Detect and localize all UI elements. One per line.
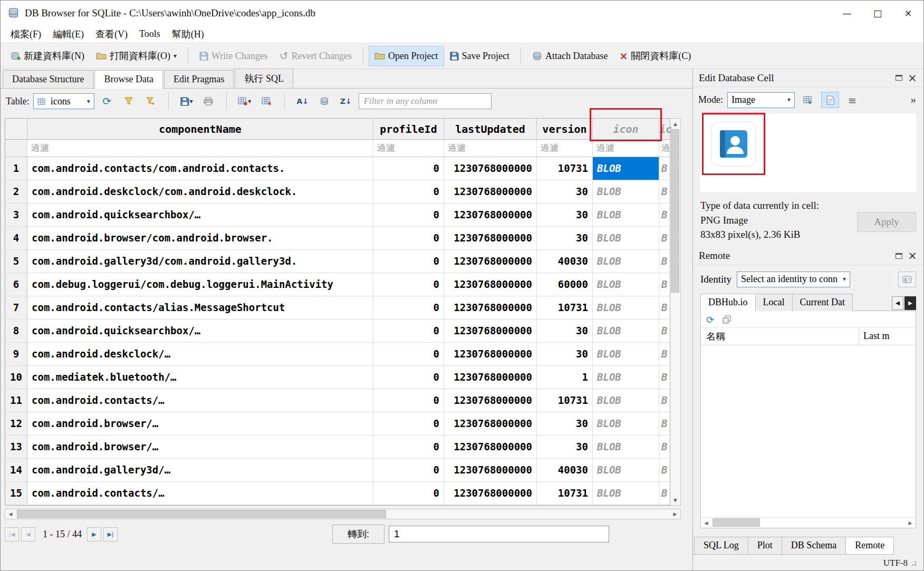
- cell-version[interactable]: 60000: [537, 273, 593, 296]
- cell-profileId[interactable]: 0: [373, 366, 444, 389]
- dock-tab-plot[interactable]: Plot: [748, 537, 782, 555]
- scroll-down-icon[interactable]: ▼: [670, 495, 680, 505]
- cell-version[interactable]: 40030: [537, 250, 593, 273]
- cell-componentName[interactable]: com.android.deskclock/com.android.deskcl…: [27, 180, 373, 203]
- dock-tab-remote[interactable]: Remote: [845, 537, 894, 555]
- cell-clipped[interactable]: B: [659, 389, 670, 412]
- cell-clipped[interactable]: B: [659, 366, 670, 389]
- table-row[interactable]: 7 com.android.contacts/alias.MessageShor…: [5, 296, 670, 320]
- revert-changes-button[interactable]: ↺ Revert Changes: [274, 45, 358, 67]
- clear-filters-button[interactable]: [120, 93, 138, 110]
- cell-lastUpdated[interactable]: 1230768000000: [444, 180, 537, 203]
- remote-tab-dbhub[interactable]: DBHub.io: [700, 294, 756, 311]
- prev-page-button[interactable]: ◀: [21, 527, 35, 541]
- tab-edit-pragmas[interactable]: Edit Pragmas: [164, 70, 234, 88]
- cell-lastUpdated[interactable]: 1230768000000: [444, 412, 537, 435]
- goto-input[interactable]: [389, 526, 609, 543]
- cell-componentName[interactable]: com.android.contacts/com.android.contact…: [27, 157, 373, 180]
- cell-version[interactable]: 10731: [537, 157, 593, 180]
- menu-file[interactable]: 檔案(F): [5, 26, 47, 43]
- cell-clipped[interactable]: B: [659, 250, 670, 273]
- cell-lastUpdated[interactable]: 1230768000000: [444, 459, 537, 481]
- cell-icon[interactable]: BLOB: [593, 343, 659, 365]
- cell-version[interactable]: 30: [537, 180, 593, 203]
- goto-button[interactable]: 轉到:: [332, 525, 384, 544]
- column-header-version[interactable]: version: [537, 119, 593, 139]
- table-row[interactable]: 9 com.android.deskclock/… 0 123076800000…: [5, 343, 670, 366]
- cell-profileId[interactable]: 0: [373, 227, 444, 249]
- cell-version[interactable]: 30: [537, 343, 593, 365]
- next-page-button[interactable]: ▶: [87, 527, 101, 541]
- toolbar-overflow-icon[interactable]: »: [911, 93, 919, 107]
- cell-lastUpdated[interactable]: 1230768000000: [444, 227, 537, 249]
- remote-tab-current-database[interactable]: Current Dat: [792, 294, 853, 311]
- table-row[interactable]: 6 com.debug.loggerui/com.debug.loggerui.…: [5, 273, 670, 296]
- word-wrap-button[interactable]: ≡: [843, 92, 861, 108]
- scroll-right-icon[interactable]: ▶: [670, 509, 680, 519]
- edit-cell-toggle-button[interactable]: [315, 93, 333, 110]
- cell-componentName[interactable]: com.android.gallery3d/com.android.galler…: [27, 250, 373, 273]
- print-button[interactable]: [199, 93, 217, 110]
- open-project-button[interactable]: Open Project: [369, 46, 444, 66]
- cell-lastUpdated[interactable]: 1230768000000: [444, 157, 537, 180]
- resize-grip[interactable]: [911, 560, 916, 566]
- table-row[interactable]: 3 com.android.quicksearchbox/… 0 1230768…: [5, 204, 670, 227]
- cell-componentName[interactable]: com.android.contacts/…: [27, 389, 373, 412]
- cell-lastUpdated[interactable]: 1230768000000: [444, 204, 537, 226]
- cell-lastUpdated[interactable]: 1230768000000: [444, 320, 537, 342]
- cell-componentName[interactable]: com.android.browser/…: [27, 435, 373, 458]
- cell-profileId[interactable]: 0: [373, 482, 444, 505]
- close-panel-button[interactable]: ×: [906, 249, 919, 263]
- vertical-scrollbar-thumb[interactable]: [671, 129, 679, 293]
- minimize-button[interactable]: —: [832, 1, 862, 25]
- cell-clipped[interactable]: B: [659, 343, 670, 365]
- sort-ascending-button[interactable]: A↓: [294, 93, 312, 110]
- table-row[interactable]: 4 com.android.browser/com.android.browse…: [5, 227, 670, 250]
- cell-profileId[interactable]: 0: [373, 389, 444, 412]
- cell-version[interactable]: 30: [537, 435, 593, 458]
- filter-input-profileId[interactable]: [373, 140, 444, 157]
- cell-clipped[interactable]: B: [659, 320, 670, 342]
- cell-clipped[interactable]: B: [659, 204, 670, 226]
- remote-horizontal-scrollbar[interactable]: ◀ ▶: [701, 517, 916, 528]
- cell-clipped[interactable]: B: [659, 412, 670, 435]
- cell-componentName[interactable]: com.android.quicksearchbox/…: [27, 204, 373, 226]
- open-database-dropdown-icon[interactable]: ▾: [174, 52, 177, 60]
- apply-button[interactable]: Apply: [857, 212, 916, 232]
- cell-icon[interactable]: BLOB: [593, 482, 659, 505]
- cell-clipped[interactable]: B: [659, 296, 670, 319]
- filter-input-version[interactable]: [537, 140, 593, 157]
- menu-help[interactable]: 幫助(H): [166, 26, 210, 43]
- save-view-button[interactable]: ▾: [178, 93, 196, 110]
- cell-icon[interactable]: BLOB: [593, 412, 659, 435]
- cell-componentName[interactable]: com.android.quicksearchbox/…: [27, 320, 373, 342]
- menu-tools[interactable]: Tools: [133, 26, 166, 42]
- cell-version[interactable]: 30: [537, 204, 593, 226]
- table-row[interactable]: 14 com.android.gallery3d/… 0 12307680000…: [5, 459, 670, 482]
- cell-profileId[interactable]: 0: [373, 412, 444, 435]
- cell-lastUpdated[interactable]: 1230768000000: [444, 296, 537, 319]
- cell-profileId[interactable]: 0: [373, 435, 444, 458]
- cell-componentName[interactable]: com.android.gallery3d/…: [27, 459, 373, 481]
- cell-lastUpdated[interactable]: 1230768000000: [444, 273, 537, 296]
- clone-database-button[interactable]: [723, 315, 731, 324]
- tab-execute-sql[interactable]: 執行 SQL: [235, 69, 293, 88]
- identity-cert-button[interactable]: [898, 272, 916, 287]
- tab-database-structure[interactable]: Database Structure: [3, 70, 93, 88]
- cell-icon[interactable]: BLOB: [593, 296, 659, 319]
- column-header-componentName[interactable]: componentName: [27, 119, 373, 139]
- cell-profileId[interactable]: 0: [373, 343, 444, 365]
- delete-record-button[interactable]: [257, 93, 275, 110]
- cell-image[interactable]: [710, 121, 757, 167]
- sort-descending-button[interactable]: Z↓: [337, 93, 355, 110]
- table-row[interactable]: 12 com.android.browser/… 0 1230768000000…: [5, 412, 670, 435]
- maximize-button[interactable]: □: [862, 1, 893, 25]
- cell-componentName[interactable]: com.android.deskclock/…: [27, 343, 373, 365]
- cell-version[interactable]: 30: [537, 227, 593, 249]
- column-header-profileId[interactable]: profileId: [373, 119, 444, 139]
- tab-scroll-left-icon[interactable]: ◀: [892, 296, 903, 310]
- cell-clipped[interactable]: B: [659, 435, 670, 458]
- cell-icon[interactable]: BLOB: [593, 250, 659, 273]
- cell-componentName[interactable]: com.android.browser/…: [27, 412, 373, 435]
- import-data-button[interactable]: [799, 92, 817, 108]
